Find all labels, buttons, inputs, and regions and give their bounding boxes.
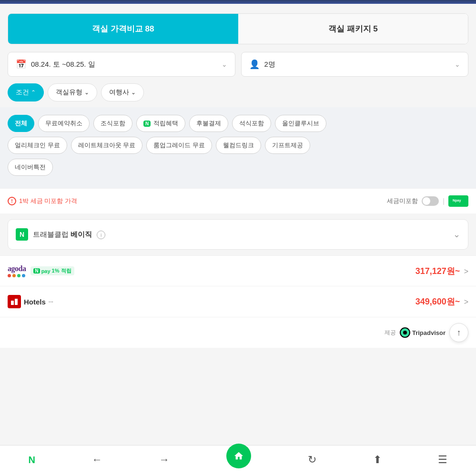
filter-chip[interactable]: 레이트체크아웃 무료 — [71, 137, 143, 154]
hotels-name: Hotels — [24, 298, 46, 306]
chip-label: 올인클루시브 — [282, 119, 319, 128]
tab-section: 객실 가격비교 88 객실 패키지 5 — [8, 13, 468, 44]
tax-label: 세금미포함 — [387, 197, 418, 205]
chip-label: 레이트체크아웃 무료 — [78, 141, 136, 150]
svg-rect-2 — [11, 301, 14, 305]
info-circle-icon[interactable]: i — [97, 231, 105, 239]
agoda-name: agoda — [8, 264, 26, 273]
filter-chip[interactable]: 조식포함 — [93, 115, 132, 132]
filter-chip[interactable]: 웰컴드링크 — [216, 137, 261, 154]
chip-label: 네이버특전 — [15, 163, 46, 172]
nav-home-icon — [233, 451, 244, 461]
chips-row-1: 전체무료예약취소조식포함N적립혜택후불결제석식포함올인클루시브 — [8, 115, 468, 132]
filter-chip[interactable]: 얼리체크인 무료 — [8, 137, 67, 154]
bottom-nav: N ← → ↻ ⬆ ☰ — [0, 445, 476, 476]
agoda-dots — [8, 274, 26, 277]
nav-forward-icon: → — [159, 454, 170, 466]
chip-label: 적립혜택 — [153, 119, 178, 128]
filter-chip[interactable]: N적립혜택 — [136, 115, 185, 132]
tab-price-compare[interactable]: 객실 가격비교 88 — [8, 14, 238, 44]
tab-package[interactable]: 객실 패키지 5 — [238, 14, 468, 44]
filter-chip[interactable]: 석식포함 — [232, 115, 271, 132]
nav-back[interactable]: ← — [92, 454, 102, 466]
info-bar-left: ! 1박 세금 미포함 가격 — [8, 197, 77, 205]
agency-button[interactable]: 여행사 ⌄ — [101, 83, 144, 101]
tripadvisor-name: Tripadvisor — [412, 329, 446, 336]
hotels-dots-icon: ··· — [49, 298, 53, 305]
provider-agoda[interactable]: agoda N pay 1% 적립 317,127원~ > — [0, 255, 476, 286]
nav-menu-icon: ☰ — [438, 454, 447, 466]
agoda-logo: agoda — [8, 264, 26, 277]
nav-menu[interactable]: ☰ — [438, 454, 447, 466]
room-type-button[interactable]: 객실유형 ⌄ — [48, 83, 97, 101]
tax-toggle[interactable] — [422, 196, 439, 206]
chips-row-2: 얼리체크인 무료레이트체크아웃 무료룸업그레이드 무료웰컴드링크기프트제공 — [8, 137, 468, 154]
person-icon: 👤 — [249, 59, 260, 70]
svg-text:Npay: Npay — [453, 198, 461, 203]
agency-label: 여행사 — [109, 88, 129, 97]
info-bar: ! 1박 세금 미포함 가격 세금미포함 | Npay — [0, 188, 476, 213]
chip-label: 얼리체크인 무료 — [15, 141, 60, 150]
hotels-icon — [8, 295, 21, 308]
nav-forward[interactable]: → — [159, 454, 170, 466]
filter-chip[interactable]: 후불결제 — [189, 115, 228, 132]
hotels-arrow-icon: > — [464, 298, 468, 306]
tripadvisor-logo: Tripadvisor — [400, 327, 446, 338]
agoda-price-row: 317,127원~ > — [415, 265, 468, 277]
chip-label: 조식포함 — [101, 119, 125, 128]
travel-club-chevron-icon: ⌄ — [453, 229, 460, 240]
filter-chip[interactable]: 룸업그레이드 무료 — [146, 137, 212, 154]
tripadvisor-prefix: 제공 — [385, 329, 396, 337]
travel-club-left: N 트래블클럽 베이직 i — [16, 228, 105, 241]
room-type-chevron-icon: ⌄ — [84, 89, 89, 96]
chip-label: 기프트제공 — [272, 141, 303, 150]
date-chevron-icon: ⌄ — [222, 61, 227, 68]
room-type-label: 객실유형 — [56, 88, 82, 97]
naver-n-icon: N — [16, 228, 28, 241]
travel-club-section[interactable]: N 트래블클럽 베이직 i ⌄ — [8, 219, 468, 250]
chip-section: 전체무료예약취소조식포함N적립혜택후불결제석식포함올인클루시브 얼리체크인 무료… — [0, 107, 476, 188]
filter-chip[interactable]: 올인클루시브 — [275, 115, 326, 132]
nav-home-button[interactable] — [226, 444, 251, 468]
chip-label: 전체 — [15, 119, 27, 128]
filter-chip[interactable]: 네이버특전 — [8, 159, 53, 176]
agoda-price: 317,127원~ — [415, 266, 460, 276]
top-bar — [0, 0, 476, 4]
nav-share-icon: ⬆ — [373, 454, 382, 466]
chips-row-3: 네이버특전 — [8, 159, 468, 176]
chip-label: 무료예약취소 — [45, 119, 82, 128]
travel-club-name: 트래블클럽 베이직 — [33, 230, 94, 238]
tripadvisor-circle-icon — [400, 327, 410, 338]
hotels-price-row: 349,600원~ > — [415, 296, 468, 307]
nav-naver[interactable]: N — [28, 455, 35, 466]
scroll-top-button[interactable]: ↑ — [449, 323, 468, 342]
divider: | — [443, 197, 445, 205]
warning-text: 1박 세금 미포함 가격 — [19, 197, 77, 205]
nav-refresh[interactable]: ↻ — [308, 454, 316, 466]
agoda-left: agoda N pay 1% 적립 — [8, 264, 74, 277]
date-filter[interactable]: 📅 08.24. 토 ~08.25. 일 ⌄ — [8, 52, 235, 77]
nav-share[interactable]: ⬆ — [373, 454, 382, 466]
agency-chevron-icon: ⌄ — [131, 89, 136, 96]
filter-chip[interactable]: 무료예약취소 — [38, 115, 90, 132]
nav-home[interactable] — [226, 451, 251, 468]
condition-button[interactable]: 조건 ⌃ — [8, 83, 44, 101]
filter-row: 📅 08.24. 토 ~08.25. 일 ⌄ 👤 2명 ⌄ — [8, 52, 468, 77]
provider-hotels[interactable]: Hotels ··· 349,600원~ > — [0, 286, 476, 317]
npay-chip-icon: N — [143, 121, 151, 127]
filter-chip[interactable]: 기프트제공 — [265, 137, 310, 154]
filter-chip[interactable]: 전체 — [8, 115, 34, 132]
chip-label: 룸업그레이드 무료 — [153, 141, 205, 150]
guest-label: 2명 — [264, 60, 450, 69]
hotels-price: 349,600원~ — [415, 297, 460, 306]
agoda-npay-label: pay — [41, 268, 51, 274]
nav-back-icon: ← — [92, 454, 102, 466]
nav-refresh-icon: ↻ — [308, 454, 316, 466]
chip-label: 웰컴드링크 — [223, 141, 254, 150]
chip-label: 후불결제 — [196, 119, 221, 128]
guest-filter[interactable]: 👤 2명 ⌄ — [241, 52, 469, 77]
chip-label: 석식포함 — [239, 119, 264, 128]
svg-rect-3 — [15, 299, 18, 305]
condition-chevron-icon: ⌃ — [31, 89, 36, 96]
info-bar-right: 세금미포함 | Npay — [387, 195, 468, 207]
